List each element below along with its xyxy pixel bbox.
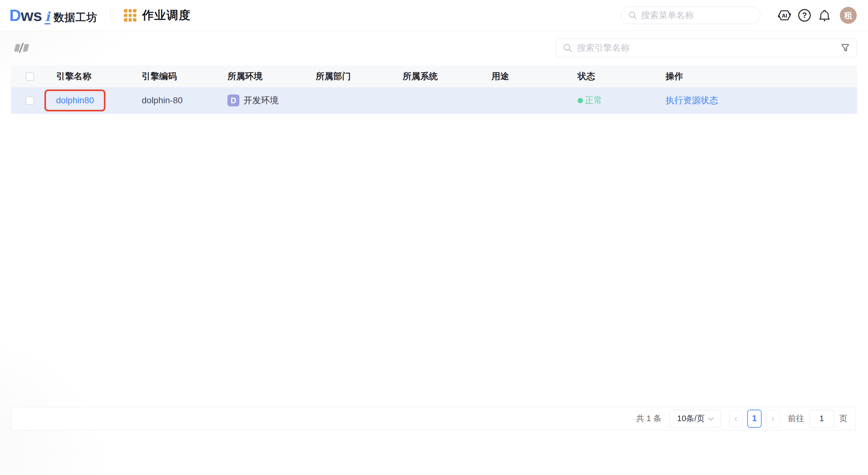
help-icon[interactable]: ? xyxy=(797,8,812,23)
table-row[interactable]: dolphin80 dolphin-80 D 开发环境 正常 执行资源状态 xyxy=(11,87,857,114)
environment-badge: D xyxy=(227,95,239,106)
module-title: 作业调度 xyxy=(142,7,191,23)
goto-page-group: 前往 页 xyxy=(788,410,847,428)
page-1-button[interactable]: 1 xyxy=(747,410,762,428)
ai-assistant-icon[interactable]: AI xyxy=(777,8,792,23)
engine-code-cell: dolphin-80 xyxy=(134,95,220,105)
search-icon xyxy=(628,11,638,20)
row-checkbox[interactable] xyxy=(26,96,34,105)
engine-search-box[interactable] xyxy=(556,38,857,57)
module-grid-icon xyxy=(124,9,136,22)
select-all-checkbox[interactable] xyxy=(26,72,34,81)
module-switcher[interactable]: 作业调度 xyxy=(124,7,191,23)
goto-page-input[interactable] xyxy=(809,410,834,428)
menu-search-box[interactable] xyxy=(621,7,761,24)
execution-resource-status-link[interactable]: 执行资源状态 xyxy=(665,95,718,106)
search-icon xyxy=(563,43,572,53)
column-header-system: 所属系统 xyxy=(395,70,484,82)
page-unit-label: 页 xyxy=(839,413,847,424)
notification-bell-icon[interactable] xyxy=(817,8,832,23)
logo-letter-i: i xyxy=(44,10,51,24)
page-size-dropdown[interactable]: 10条/页 xyxy=(670,410,721,428)
svg-text:AI: AI xyxy=(782,12,787,19)
page-size-value: 10条/页 xyxy=(677,413,705,424)
topbar-icon-group: AI ? 租 xyxy=(777,7,857,24)
header-checkbox-cell xyxy=(11,72,49,81)
pagination-bar: 共 1 条 10条/页 ‹ 1 › 前往 页 xyxy=(11,407,856,430)
brand-name: 数据工坊 xyxy=(54,10,97,25)
svg-text:?: ? xyxy=(802,11,807,20)
filter-funnel-icon[interactable] xyxy=(840,42,850,53)
collapse-sidebar-icon[interactable] xyxy=(13,41,30,55)
status-cell: 正常 xyxy=(570,95,658,106)
column-header-status: 状态 xyxy=(570,70,658,82)
page-toolbar xyxy=(0,31,868,57)
engine-name-cell: dolphin80 xyxy=(49,90,134,112)
column-header-engine-name: 引擎名称 xyxy=(49,70,134,82)
column-header-actions: 操作 xyxy=(658,70,857,82)
column-header-department: 所属部门 xyxy=(308,70,395,82)
pager: ‹ 1 › xyxy=(729,410,780,428)
user-avatar[interactable]: 租 xyxy=(840,7,857,24)
engine-search-input[interactable] xyxy=(577,43,835,53)
status-badge: 正常 xyxy=(578,95,602,106)
chevron-down-icon xyxy=(708,415,713,420)
column-header-environment: 所属环境 xyxy=(220,70,308,82)
next-page-button[interactable]: › xyxy=(766,410,780,428)
engine-name-link[interactable]: dolphin80 xyxy=(56,95,94,105)
prev-page-button[interactable]: ‹ xyxy=(729,410,743,428)
engine-table: 引擎名称 引擎编码 所属环境 所属部门 所属系统 用途 状态 操作 dolphi… xyxy=(11,65,857,114)
environment-label: 开发环境 xyxy=(243,95,278,106)
menu-search-input[interactable] xyxy=(641,10,757,20)
status-dot-icon xyxy=(578,98,583,103)
environment-cell: D 开发环境 xyxy=(220,95,308,106)
annotation-highlight-box: dolphin80 xyxy=(44,90,105,112)
top-bar: D ws i 数据工坊 作业调度 AI ? xyxy=(0,0,868,31)
goto-label: 前往 xyxy=(788,413,804,424)
topbar-divider xyxy=(111,8,111,22)
column-header-purpose: 用途 xyxy=(484,70,570,82)
total-count-label: 共 1 条 xyxy=(636,413,661,424)
logo-letters-ws: ws xyxy=(21,6,42,25)
row-checkbox-cell xyxy=(11,96,49,105)
logo-letter-d: D xyxy=(9,6,21,25)
app-logo[interactable]: D ws i 数据工坊 xyxy=(9,6,97,25)
column-header-engine-code: 引擎编码 xyxy=(134,70,220,82)
table-header-row: 引擎名称 引擎编码 所属环境 所属部门 所属系统 用途 状态 操作 xyxy=(11,65,857,87)
actions-cell: 执行资源状态 xyxy=(658,95,857,106)
avatar-label: 租 xyxy=(844,10,852,21)
status-label: 正常 xyxy=(585,95,602,106)
